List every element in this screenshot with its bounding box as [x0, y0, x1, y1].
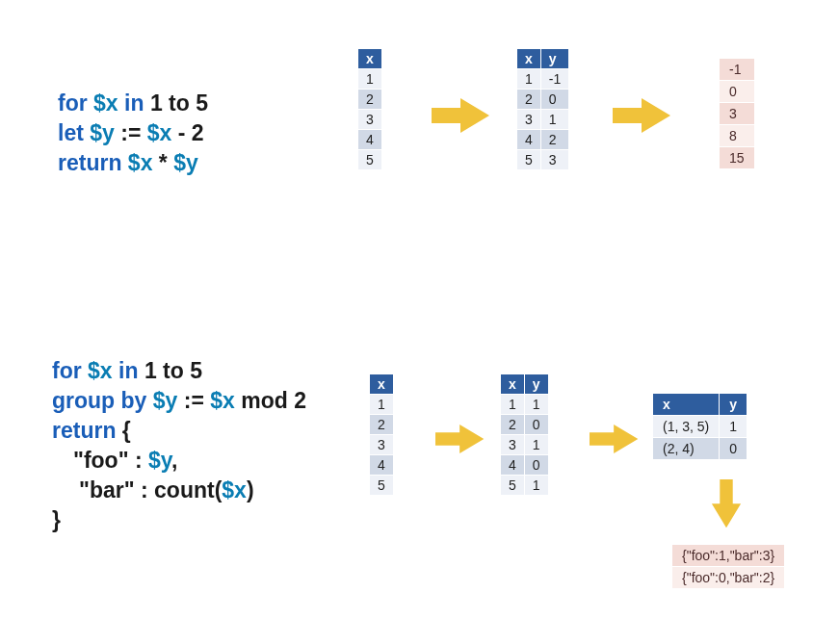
- keyword: return: [58, 150, 121, 175]
- brace: {: [122, 418, 131, 443]
- result-cell: {"foo":0,"bar":2}: [672, 567, 785, 589]
- cell: 1: [524, 476, 548, 496]
- table-row: (2, 4)0: [653, 438, 747, 460]
- cell: (1, 3, 5): [653, 416, 720, 438]
- expr: 1 to 5: [144, 358, 202, 383]
- cell: 1: [540, 110, 568, 130]
- cell: 1: [501, 395, 525, 415]
- cell: 2: [358, 90, 382, 110]
- code-line: "bar" : count($x): [52, 476, 306, 505]
- code-line: let $y := $x - 2: [58, 118, 208, 148]
- key: "bar": [79, 477, 135, 502]
- cell: 1: [358, 69, 382, 90]
- expr: mod 2: [241, 388, 306, 413]
- result-cell: {"foo":1,"bar":3}: [672, 545, 785, 567]
- keyword: in: [118, 358, 138, 383]
- keyword: for: [52, 358, 82, 383]
- column-header: y: [720, 394, 747, 416]
- keyword: let: [58, 120, 84, 145]
- table-row: 40: [501, 455, 549, 476]
- variable: $x: [93, 90, 118, 116]
- table-row: 31: [517, 110, 569, 130]
- cell: 5: [501, 476, 525, 496]
- result-table-ex2: {"foo":1,"bar":3}{"foo":0,"bar":2}: [671, 544, 785, 589]
- table-row: 1-1: [517, 69, 569, 90]
- table-row: 5: [370, 476, 394, 496]
- comma: ,: [171, 448, 177, 473]
- code-line: "foo" : $y,: [52, 446, 306, 476]
- table-row: 5: [358, 150, 382, 170]
- arrow-right-icon: [590, 422, 640, 456]
- brace: }: [52, 507, 61, 532]
- result-cell: 0: [720, 81, 755, 103]
- expr: 1 to 5: [150, 90, 208, 116]
- column-header: y: [540, 49, 568, 69]
- svg-marker-1: [613, 98, 670, 133]
- keyword: for: [58, 90, 88, 116]
- table-row: 4: [370, 455, 394, 476]
- table-row: 1: [370, 395, 394, 415]
- table-x-ex2: x12345: [369, 374, 394, 496]
- result-row: {"foo":0,"bar":2}: [672, 567, 785, 589]
- cell: 3: [358, 110, 382, 130]
- cell: -1: [540, 69, 568, 90]
- table-row: 2: [370, 415, 394, 435]
- table-row: 51: [501, 476, 549, 496]
- table-row: 3: [358, 110, 382, 130]
- table-row: 1: [358, 69, 382, 90]
- column-header: x: [501, 374, 525, 395]
- expr: - 2: [178, 120, 204, 145]
- table-row: 2: [358, 90, 382, 110]
- result-cell: -1: [720, 59, 755, 81]
- variable: $x: [128, 150, 153, 175]
- cell: 2: [540, 130, 568, 150]
- cell: 3: [501, 435, 525, 455]
- variable: $x: [222, 477, 247, 502]
- code-line: return {: [52, 416, 306, 446]
- op: :=: [184, 388, 204, 413]
- colon: :: [141, 477, 148, 502]
- key: "foo": [73, 448, 129, 473]
- table-row: 53: [517, 150, 569, 170]
- table-row: 11: [501, 395, 549, 415]
- column-header: x: [370, 374, 394, 395]
- cell: 4: [517, 130, 541, 150]
- variable: $x: [147, 120, 172, 145]
- cell: 3: [370, 435, 394, 455]
- variable: $x: [88, 358, 113, 383]
- table-x-ex1: x12345: [357, 48, 382, 170]
- table-row: (1, 3, 5)1: [653, 416, 747, 438]
- result-table-ex1: -103815: [719, 58, 755, 169]
- colon: :: [135, 448, 143, 473]
- table-row: 20: [501, 415, 549, 435]
- variable: $y: [148, 448, 171, 473]
- cell: 1: [524, 395, 548, 415]
- arrow-down-icon: [707, 479, 746, 529]
- svg-marker-0: [432, 98, 489, 133]
- column-header: x: [517, 49, 541, 69]
- cell: 3: [540, 150, 568, 170]
- cell: (2, 4): [653, 438, 720, 460]
- cell: 0: [524, 455, 548, 476]
- result-row: 0: [720, 81, 755, 103]
- table-row: 20: [517, 90, 569, 110]
- cell: 1: [370, 395, 394, 415]
- cell: 2: [517, 90, 541, 110]
- result-cell: 8: [720, 125, 755, 147]
- arrow-right-icon: [435, 422, 485, 456]
- cell: 2: [370, 415, 394, 435]
- table-row: 42: [517, 130, 569, 150]
- result-row: 3: [720, 103, 755, 125]
- table-xy-ex1: xy1-120314253: [516, 48, 569, 170]
- cell: 5: [517, 150, 541, 170]
- op: :=: [120, 120, 141, 145]
- op: *: [159, 150, 168, 175]
- result-row: -1: [720, 59, 755, 81]
- keyword: in: [124, 90, 144, 116]
- cell: 3: [517, 110, 541, 130]
- code-line: for $x in 1 to 5: [52, 356, 306, 386]
- variable: $y: [90, 120, 115, 145]
- keyword: return: [52, 418, 116, 443]
- code-example-1: for $x in 1 to 5 let $y := $x - 2 return…: [58, 89, 208, 178]
- column-header: x: [653, 394, 720, 416]
